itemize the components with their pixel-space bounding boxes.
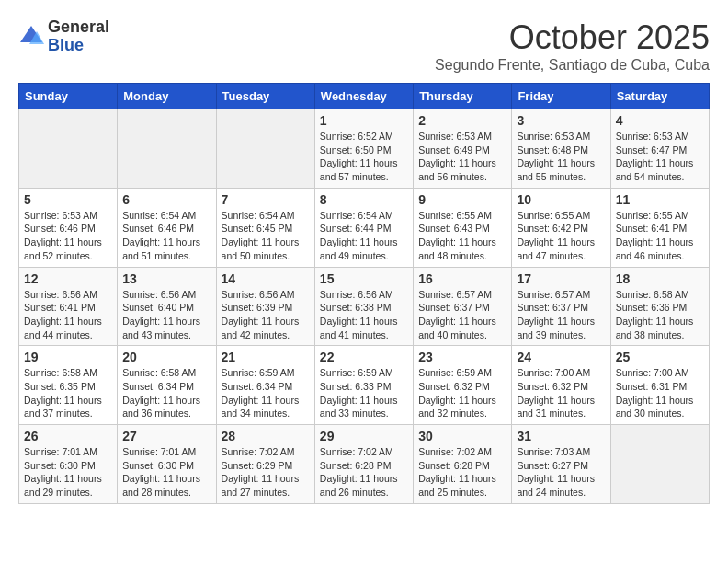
day-info: Sunrise: 6:59 AMSunset: 6:33 PMDaylight:…	[320, 366, 408, 420]
day-info: Sunrise: 7:03 AMSunset: 6:27 PMDaylight:…	[517, 445, 605, 500]
week-row-2: 12Sunrise: 6:56 AMSunset: 6:41 PMDayligh…	[19, 267, 710, 346]
day-number: 14	[222, 271, 310, 286]
calendar-body: 1Sunrise: 6:52 AMSunset: 6:50 PMDaylight…	[19, 109, 710, 504]
calendar-cell: 10Sunrise: 6:55 AMSunset: 6:42 PMDayligh…	[512, 188, 610, 267]
day-info: Sunrise: 6:53 AMSunset: 6:47 PMDaylight:…	[616, 130, 704, 184]
header-day-tuesday: Tuesday	[216, 84, 314, 109]
day-info: Sunrise: 7:02 AMSunset: 6:28 PMDaylight:…	[320, 445, 408, 500]
calendar-cell: 24Sunrise: 7:00 AMSunset: 6:32 PMDayligh…	[512, 346, 610, 425]
calendar-cell: 31Sunrise: 7:03 AMSunset: 6:27 PMDayligh…	[512, 425, 610, 504]
calendar-cell: 27Sunrise: 7:01 AMSunset: 6:30 PMDayligh…	[118, 425, 216, 504]
day-number: 30	[418, 429, 506, 443]
calendar-cell: 2Sunrise: 6:53 AMSunset: 6:49 PMDaylight…	[414, 109, 512, 189]
day-number: 1	[320, 113, 408, 128]
day-info: Sunrise: 6:56 AMSunset: 6:40 PMDaylight:…	[122, 288, 210, 342]
logo-general-text: General	[48, 18, 109, 37]
calendar-cell: 17Sunrise: 6:57 AMSunset: 6:37 PMDayligh…	[512, 267, 610, 346]
day-number: 28	[222, 429, 310, 443]
calendar-header: SundayMondayTuesdayWednesdayThursdayFrid…	[19, 84, 710, 109]
day-number: 15	[320, 271, 408, 286]
header-day-friday: Friday	[512, 84, 610, 109]
calendar-cell: 18Sunrise: 6:58 AMSunset: 6:36 PMDayligh…	[610, 267, 709, 346]
day-number: 27	[122, 429, 210, 443]
logo-icon	[18, 24, 44, 50]
calendar-cell: 19Sunrise: 6:58 AMSunset: 6:35 PMDayligh…	[19, 346, 118, 425]
week-row-4: 26Sunrise: 7:01 AMSunset: 6:30 PMDayligh…	[19, 425, 710, 504]
calendar-cell	[216, 109, 314, 189]
logo-text: General Blue	[48, 18, 109, 55]
header-day-wednesday: Wednesday	[314, 84, 413, 109]
day-number: 19	[24, 350, 112, 364]
calendar-cell: 11Sunrise: 6:55 AMSunset: 6:41 PMDayligh…	[610, 188, 709, 267]
day-info: Sunrise: 7:01 AMSunset: 6:30 PMDaylight:…	[122, 445, 210, 500]
day-info: Sunrise: 6:56 AMSunset: 6:39 PMDaylight:…	[222, 288, 310, 342]
logo-blue-text: Blue	[48, 37, 109, 55]
header-row: SundayMondayTuesdayWednesdayThursdayFrid…	[19, 84, 710, 109]
calendar-cell: 4Sunrise: 6:53 AMSunset: 6:47 PMDaylight…	[610, 109, 709, 189]
day-info: Sunrise: 6:53 AMSunset: 6:48 PMDaylight:…	[517, 130, 605, 184]
day-info: Sunrise: 6:54 AMSunset: 6:46 PMDaylight:…	[122, 209, 210, 263]
day-info: Sunrise: 7:00 AMSunset: 6:31 PMDaylight:…	[616, 366, 704, 420]
day-info: Sunrise: 6:53 AMSunset: 6:49 PMDaylight:…	[418, 130, 506, 184]
day-info: Sunrise: 7:00 AMSunset: 6:32 PMDaylight:…	[517, 366, 605, 420]
calendar-table: SundayMondayTuesdayWednesdayThursdayFrid…	[18, 83, 710, 504]
calendar-cell: 1Sunrise: 6:52 AMSunset: 6:50 PMDaylight…	[314, 109, 413, 189]
header-day-thursday: Thursday	[414, 84, 512, 109]
day-info: Sunrise: 7:02 AMSunset: 6:28 PMDaylight:…	[418, 445, 506, 500]
day-number: 16	[418, 271, 506, 286]
day-info: Sunrise: 7:01 AMSunset: 6:30 PMDaylight:…	[24, 445, 112, 500]
calendar-cell: 23Sunrise: 6:59 AMSunset: 6:32 PMDayligh…	[414, 346, 512, 425]
calendar-cell: 8Sunrise: 6:54 AMSunset: 6:44 PMDaylight…	[314, 188, 413, 267]
day-info: Sunrise: 6:58 AMSunset: 6:34 PMDaylight:…	[122, 366, 210, 420]
calendar-cell: 14Sunrise: 6:56 AMSunset: 6:39 PMDayligh…	[216, 267, 314, 346]
header-day-monday: Monday	[118, 84, 216, 109]
day-info: Sunrise: 6:57 AMSunset: 6:37 PMDaylight:…	[418, 288, 506, 342]
calendar-cell: 29Sunrise: 7:02 AMSunset: 6:28 PMDayligh…	[314, 425, 413, 504]
week-row-0: 1Sunrise: 6:52 AMSunset: 6:50 PMDaylight…	[19, 109, 710, 189]
calendar-cell: 15Sunrise: 6:56 AMSunset: 6:38 PMDayligh…	[314, 267, 413, 346]
day-info: Sunrise: 7:02 AMSunset: 6:29 PMDaylight:…	[222, 445, 310, 500]
day-number: 5	[24, 192, 112, 207]
calendar-cell: 21Sunrise: 6:59 AMSunset: 6:34 PMDayligh…	[216, 346, 314, 425]
day-info: Sunrise: 6:54 AMSunset: 6:44 PMDaylight:…	[320, 209, 408, 263]
header-day-sunday: Sunday	[19, 84, 118, 109]
calendar-cell: 22Sunrise: 6:59 AMSunset: 6:33 PMDayligh…	[314, 346, 413, 425]
title-block: October 2025 Segundo Frente, Santiago de…	[435, 18, 710, 74]
page-header: General Blue October 2025 Segundo Frente…	[18, 18, 710, 74]
day-number: 25	[616, 350, 704, 364]
day-number: 13	[122, 271, 210, 286]
header-day-saturday: Saturday	[610, 84, 709, 109]
day-info: Sunrise: 6:56 AMSunset: 6:38 PMDaylight:…	[320, 288, 408, 342]
day-info: Sunrise: 6:57 AMSunset: 6:37 PMDaylight:…	[517, 288, 605, 342]
day-number: 10	[517, 192, 605, 207]
week-row-3: 19Sunrise: 6:58 AMSunset: 6:35 PMDayligh…	[19, 346, 710, 425]
day-number: 29	[320, 429, 408, 443]
calendar-cell: 25Sunrise: 7:00 AMSunset: 6:31 PMDayligh…	[610, 346, 709, 425]
location-subtitle: Segundo Frente, Santiago de Cuba, Cuba	[435, 57, 710, 74]
day-number: 9	[418, 192, 506, 207]
day-number: 7	[222, 192, 310, 207]
day-number: 3	[517, 113, 605, 128]
day-info: Sunrise: 6:59 AMSunset: 6:34 PMDaylight:…	[222, 366, 310, 420]
day-number: 18	[616, 271, 704, 286]
day-number: 2	[418, 113, 506, 128]
day-number: 11	[616, 192, 704, 207]
calendar-cell: 6Sunrise: 6:54 AMSunset: 6:46 PMDaylight…	[118, 188, 216, 267]
calendar-cell	[118, 109, 216, 189]
day-info: Sunrise: 6:59 AMSunset: 6:32 PMDaylight:…	[418, 366, 506, 420]
calendar-cell: 7Sunrise: 6:54 AMSunset: 6:45 PMDaylight…	[216, 188, 314, 267]
day-info: Sunrise: 6:56 AMSunset: 6:41 PMDaylight:…	[24, 288, 112, 342]
calendar-cell	[19, 109, 118, 189]
week-row-1: 5Sunrise: 6:53 AMSunset: 6:46 PMDaylight…	[19, 188, 710, 267]
month-title: October 2025	[435, 18, 710, 57]
day-number: 12	[24, 271, 112, 286]
day-number: 21	[222, 350, 310, 364]
day-number: 26	[24, 429, 112, 443]
calendar-cell: 12Sunrise: 6:56 AMSunset: 6:41 PMDayligh…	[19, 267, 118, 346]
day-info: Sunrise: 6:54 AMSunset: 6:45 PMDaylight:…	[222, 209, 310, 263]
day-info: Sunrise: 6:52 AMSunset: 6:50 PMDaylight:…	[320, 130, 408, 184]
day-info: Sunrise: 6:58 AMSunset: 6:36 PMDaylight:…	[616, 288, 704, 342]
calendar-cell: 5Sunrise: 6:53 AMSunset: 6:46 PMDaylight…	[19, 188, 118, 267]
calendar-cell: 20Sunrise: 6:58 AMSunset: 6:34 PMDayligh…	[118, 346, 216, 425]
day-number: 17	[517, 271, 605, 286]
